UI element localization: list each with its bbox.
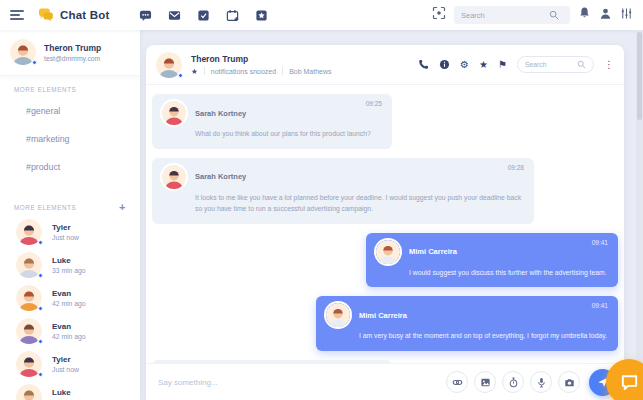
user-list-item[interactable]: Tyler Just now [0,347,140,380]
chat-header: Theron Trump ★ notifications snoozed Bob… [146,45,624,85]
main-content: Theron Trump ★ notifications snoozed Bob… [140,30,643,400]
message-author: Sarah Kortney [195,109,246,118]
chat-status-row: ★ notifications snoozed Bob Mathews [191,67,332,75]
star-icon[interactable]: ★ [479,60,488,70]
user-last-seen: Just now [52,234,79,241]
chat-header-actions: ⚙ ★ ⚑ ⋮ [418,56,614,73]
avatar [156,52,182,78]
online-dot [38,240,43,245]
online-dot [38,339,43,344]
message-text: I would suggest you discuss this further… [409,267,608,279]
user-last-seen: Just now [52,366,79,373]
sidebar-item-general[interactable]: #general [0,97,140,125]
user-name: Evan [52,322,86,331]
online-dot [38,372,43,377]
user-list-item[interactable]: Evan 42 min ago [0,314,140,347]
global-search-input[interactable] [461,11,549,20]
flag-icon[interactable]: ⚑ [498,60,507,70]
info-icon[interactable] [439,59,450,70]
image-icon[interactable] [474,371,496,393]
user-list-item[interactable]: Luke 33 min ago [0,248,140,281]
message-time: 09:41 [592,239,608,246]
online-dot [32,60,37,65]
divider [204,67,205,75]
user-list-item[interactable]: Luke 33 min ago [0,380,140,400]
message-time: 09:41 [592,302,608,309]
focus-icon[interactable] [432,6,446,24]
avatar [16,219,42,245]
more-options-icon[interactable]: ⋮ [604,59,614,70]
user-name: Luke [52,388,86,397]
chat-app-window: Chat Bot [0,0,643,400]
chat-header-identity: Theron Trump ★ notifications snoozed Bob… [156,52,332,78]
sidebar: Theron Trump test@dmmmy.com MORE ELEMENT… [0,30,140,400]
search-icon[interactable] [577,60,586,69]
chat-search-input[interactable] [525,61,573,68]
user-list-item[interactable]: Tyler Just now [0,215,140,248]
chat-icon[interactable] [136,5,156,25]
link-icon[interactable] [446,371,468,393]
profile-email: test@dmmmy.com [44,55,101,62]
settings-icon[interactable]: ⚙ [460,60,469,70]
chat-widget-button[interactable] [606,359,643,400]
star-icon[interactable]: ★ [191,68,198,75]
avatar [16,252,42,278]
message-text: What do you think about our plans for th… [195,128,382,140]
chat-title: Theron Trump [191,54,332,64]
avatar [16,318,42,344]
avatar [162,165,186,189]
message-time: 09:28 [508,164,524,171]
message-bubble: 09:25 Sarah Kortney What do you think ab… [152,94,392,149]
avatar [162,101,186,125]
user-name: Evan [52,289,86,298]
avatar [16,285,42,311]
user-name: Tyler [52,223,79,232]
online-dot [178,73,183,78]
bookmark-icon[interactable] [252,5,272,25]
online-dot [38,306,43,311]
page-scrollbar [636,30,643,400]
user-list-item[interactable]: Evan 42 min ago [0,281,140,314]
avatar [16,384,42,400]
user-last-seen: 42 min ago [52,300,86,307]
message-bubble: 09:41 Mimi Carreira I am very busy at th… [316,296,618,351]
message-list[interactable]: 09:25 Sarah Kortney What do you think ab… [146,86,624,371]
avatar [10,39,36,65]
add-user-button[interactable]: + [119,203,126,211]
message-input[interactable] [158,378,446,387]
avatar [16,351,42,377]
user-icon[interactable] [599,6,612,24]
camera-icon[interactable] [558,371,580,393]
avatar [326,303,350,327]
profile-name: Theron Trump [44,43,101,53]
phone-icon[interactable] [418,59,429,70]
filters-icon[interactable] [620,6,633,24]
user-last-seen: 42 min ago [52,333,86,340]
bell-icon[interactable] [578,6,591,24]
message-composer [146,363,624,400]
timer-icon[interactable] [502,371,524,393]
profile-card[interactable]: Theron Trump test@dmmmy.com [0,30,140,76]
topbar: Chat Bot [0,0,643,30]
notifications-status: notifications snoozed [211,68,276,75]
composer-actions [446,369,616,396]
user-name: Luke [52,256,86,265]
app-title: Chat Bot [60,9,110,21]
message-author: Mimi Carreira [409,247,457,256]
menu-icon[interactable] [10,8,24,22]
mic-icon[interactable] [530,371,552,393]
search-icon[interactable] [549,10,559,20]
mail-icon[interactable] [165,5,185,25]
chat-bubble-logo-icon [38,8,54,22]
calendar-icon[interactable] [223,5,243,25]
online-dot [38,273,43,278]
message-text: It looks to me like you have a lot plann… [195,192,524,215]
tasks-icon[interactable] [194,5,214,25]
avatar [376,240,400,264]
scrollbar-thumb[interactable] [637,32,642,120]
user-name: Tyler [52,355,79,364]
message-bubble: 09:41 Mimi Carreira I would suggest you … [366,233,618,288]
message-bubble: 09:28 Sarah Kortney It looks to me like … [152,158,534,224]
sidebar-item-marketing[interactable]: #marketing [0,125,140,153]
sidebar-item-product[interactable]: #product [0,153,140,181]
